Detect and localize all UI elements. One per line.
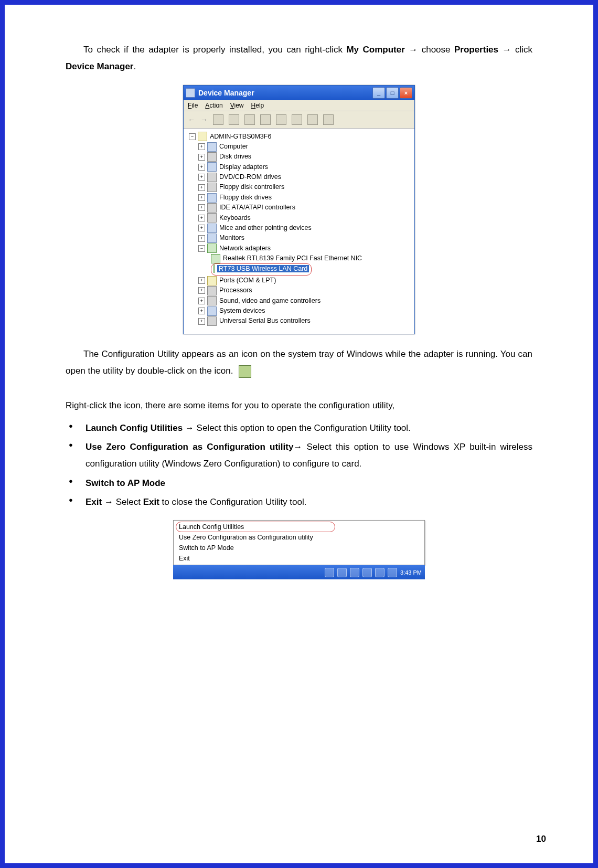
toolbar-button[interactable] xyxy=(213,114,223,125)
menu-bar[interactable]: File Action View Help xyxy=(184,100,414,111)
tree-node[interactable]: +Mice and other pointing devices xyxy=(186,223,412,233)
device-icon xyxy=(207,183,217,192)
tray-icon[interactable] xyxy=(325,568,334,577)
device-icon xyxy=(207,306,217,316)
device-icon xyxy=(207,224,217,233)
tray-utility-icon xyxy=(239,365,251,378)
network-icon xyxy=(207,244,217,253)
tray-paragraph: The Configuration Utility appears as an … xyxy=(66,346,532,380)
device-icon xyxy=(207,152,217,162)
tree-node[interactable]: +DVD/CD-ROM drives xyxy=(186,172,412,182)
context-menu-figure: Launch Config Utilities Use Zero Configu… xyxy=(173,520,425,579)
tree-node[interactable]: +Display adapters xyxy=(186,162,412,172)
tree-node[interactable]: +Universal Serial Bus controllers xyxy=(186,316,412,326)
window-titlebar[interactable]: Device Manager _ □ × xyxy=(184,86,414,100)
tree-node[interactable]: +Sound, video and game controllers xyxy=(186,296,412,306)
toolbar-button[interactable] xyxy=(229,114,239,125)
menu-action[interactable]: Action xyxy=(205,102,222,109)
tree-node[interactable]: +Processors xyxy=(186,285,412,295)
tree-leaf-highlighted[interactable]: RT73 USB Wireless LAN Card xyxy=(186,263,412,275)
toolbar-button[interactable] xyxy=(292,114,302,125)
context-item-launch[interactable]: Launch Config Utilities xyxy=(174,522,424,532)
arrow-icon: → xyxy=(185,423,194,433)
menu-file[interactable]: File xyxy=(188,102,198,109)
intro-paragraph: To check if the adapter is properly inst… xyxy=(66,41,532,76)
arrow-icon: → xyxy=(502,45,511,55)
menu-view[interactable]: View xyxy=(230,102,244,109)
maximize-button[interactable]: □ xyxy=(386,87,399,99)
forward-icon[interactable]: → xyxy=(200,115,208,124)
tree-node[interactable]: +Floppy disk controllers xyxy=(186,182,412,192)
menu-help[interactable]: Help xyxy=(251,102,264,109)
nic-icon xyxy=(213,264,215,273)
device-icon xyxy=(207,162,217,172)
toolbar-button[interactable] xyxy=(276,114,286,125)
device-icon xyxy=(207,213,217,223)
taskbar: 3:43 PM xyxy=(173,565,425,579)
option-ap-mode: Switch to AP Mode xyxy=(66,475,532,492)
tree-node[interactable]: +Keyboards xyxy=(186,213,412,223)
option-zero-config: Use Zero Configuration as Configuration … xyxy=(66,439,532,473)
tray-icon[interactable] xyxy=(388,568,397,577)
tray-icon[interactable] xyxy=(362,568,372,577)
toolbar: ← → xyxy=(184,111,414,129)
device-icon xyxy=(207,234,217,243)
device-icon xyxy=(207,316,217,326)
device-icon xyxy=(207,276,217,285)
toolbar-button[interactable] xyxy=(260,114,271,125)
toolbar-button[interactable] xyxy=(244,114,255,125)
toolbar-button[interactable] xyxy=(323,114,334,125)
window-title: Device Manager xyxy=(198,89,371,97)
clock: 3:43 PM xyxy=(400,569,422,576)
tree-node[interactable]: +Computer xyxy=(186,142,412,152)
device-icon xyxy=(207,286,217,295)
nic-icon xyxy=(211,254,220,263)
device-icon xyxy=(207,173,217,182)
back-icon[interactable]: ← xyxy=(188,115,195,124)
close-button[interactable]: × xyxy=(400,87,412,99)
arrow-icon: → xyxy=(409,45,418,55)
arrow-icon: → xyxy=(104,497,113,507)
device-tree[interactable]: −ADMIN-GTBS0M3F6 +Computer +Disk drives … xyxy=(186,132,412,326)
rightclick-intro: Right-click the icon, there are some ite… xyxy=(66,397,532,414)
computer-icon xyxy=(198,132,207,141)
app-icon xyxy=(186,88,195,98)
tree-node[interactable]: +System devices xyxy=(186,306,412,316)
tray-icon[interactable] xyxy=(375,568,385,577)
device-icon xyxy=(207,142,217,152)
device-icon xyxy=(207,296,217,305)
context-item-ap[interactable]: Switch to AP Mode xyxy=(174,543,424,553)
toolbar-button[interactable] xyxy=(307,114,318,125)
tree-node[interactable]: +Monitors xyxy=(186,233,412,243)
page-number: 10 xyxy=(536,834,546,844)
context-menu[interactable]: Launch Config Utilities Use Zero Configu… xyxy=(173,520,425,565)
tree-leaf[interactable]: Realtek RTL8139 Family PCI Fast Ethernet… xyxy=(186,253,412,263)
options-list: Launch Config Utilities → Select this op… xyxy=(66,420,532,511)
tray-icon[interactable] xyxy=(350,568,359,577)
option-launch: Launch Config Utilities → Select this op… xyxy=(66,420,532,437)
tree-node[interactable]: +IDE ATA/ATAPI controllers xyxy=(186,203,412,213)
tree-node[interactable]: +Disk drives xyxy=(186,152,412,162)
tree-node[interactable]: +Ports (COM & LPT) xyxy=(186,276,412,285)
context-item-exit[interactable]: Exit xyxy=(174,553,424,564)
device-icon xyxy=(207,203,217,213)
tree-root[interactable]: −ADMIN-GTBS0M3F6 xyxy=(186,132,412,142)
context-item-zero[interactable]: Use Zero Configuration as Configuration … xyxy=(174,532,424,543)
option-exit: Exit → Select Exit to close the Configur… xyxy=(66,494,532,511)
device-icon xyxy=(207,193,217,203)
minimize-button[interactable]: _ xyxy=(372,87,385,99)
tree-node[interactable]: +Floppy disk drives xyxy=(186,193,412,203)
tray-icon[interactable] xyxy=(337,568,347,577)
tree-node-network[interactable]: −Network adapters xyxy=(186,244,412,253)
arrow-icon: → xyxy=(293,442,302,452)
device-manager-window: Device Manager _ □ × File Action View He… xyxy=(183,85,415,334)
